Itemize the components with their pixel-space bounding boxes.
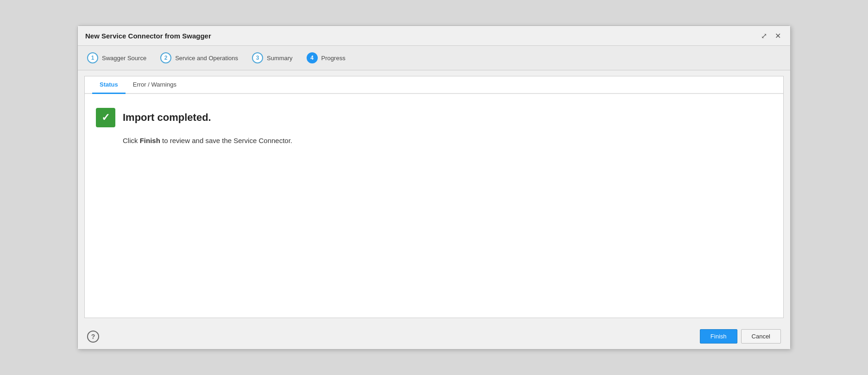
step-1[interactable]: 1 Swagger Source: [87, 52, 146, 63]
tab-errors-warnings[interactable]: Error / Warnings: [126, 76, 184, 94]
tab-status[interactable]: Status: [92, 76, 126, 94]
finish-button[interactable]: Finish: [700, 329, 737, 344]
step-3-circle: 3: [252, 52, 263, 63]
status-message: Click Finish to review and save the Serv…: [123, 137, 772, 144]
step-2[interactable]: 2 Service and Operations: [160, 52, 238, 63]
message-suffix: to review and save the Service Connector…: [160, 137, 292, 144]
step-2-label: Service and Operations: [175, 55, 238, 62]
success-check-icon: ✓: [96, 108, 115, 127]
maximize-button[interactable]: ⤢: [759, 31, 769, 41]
dialog-footer: ? Finish Cancel: [78, 324, 790, 349]
step-3[interactable]: 3 Summary: [252, 52, 293, 63]
close-button[interactable]: ✕: [773, 31, 783, 41]
step-4[interactable]: 4 Progress: [307, 52, 346, 63]
step-1-label: Swagger Source: [102, 55, 146, 62]
titlebar-controls: ⤢ ✕: [759, 31, 783, 41]
message-bold: Finish: [140, 137, 160, 144]
step-4-circle: 4: [307, 52, 318, 63]
help-button[interactable]: ?: [87, 331, 99, 343]
close-icon: ✕: [775, 31, 781, 40]
tabs-bar: Status Error / Warnings: [85, 76, 783, 94]
footer-buttons: Finish Cancel: [700, 329, 781, 344]
wizard-steps: 1 Swagger Source 2 Service and Operation…: [78, 46, 790, 70]
step-4-label: Progress: [321, 55, 346, 62]
message-prefix: Click: [123, 137, 140, 144]
status-title: Import completed.: [123, 112, 211, 124]
status-section: ✓ Import completed. Click Finish to revi…: [96, 108, 772, 144]
step-2-circle: 2: [160, 52, 171, 63]
step-3-label: Summary: [267, 55, 293, 62]
new-service-connector-dialog: New Service Connector from Swagger ⤢ ✕ 1…: [77, 25, 791, 350]
status-header: ✓ Import completed.: [96, 108, 772, 127]
dialog-body: Status Error / Warnings ✓ Import complet…: [84, 76, 784, 318]
dialog-title: New Service Connector from Swagger: [85, 32, 211, 40]
cancel-button[interactable]: Cancel: [741, 329, 781, 344]
tab-content-status: ✓ Import completed. Click Finish to revi…: [85, 94, 783, 318]
dialog-titlebar: New Service Connector from Swagger ⤢ ✕: [78, 26, 790, 46]
step-1-circle: 1: [87, 52, 98, 63]
maximize-icon: ⤢: [761, 31, 767, 40]
